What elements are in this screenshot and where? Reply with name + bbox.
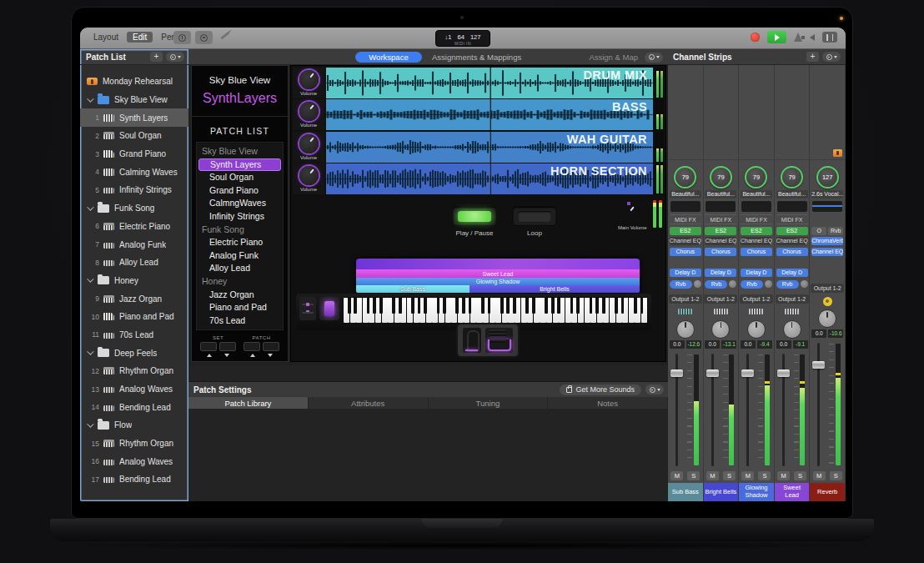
patch-list-widget-row[interactable]: Analog Funk [198, 249, 281, 263]
disclosure-chevron-icon[interactable] [87, 276, 93, 283]
patch-tree-row[interactable]: 9 Jazz Organ [80, 289, 188, 308]
plugin-slot-button[interactable]: Channel EQ [811, 248, 843, 256]
strip-name[interactable]: Bright Bells [704, 483, 739, 501]
tab-tuning[interactable]: Tuning [429, 397, 549, 409]
reverb-send[interactable]: Rvb [705, 279, 736, 289]
add-channel-strip-button[interactable]: + [806, 52, 819, 62]
patch-up-button[interactable] [244, 342, 260, 351]
track-volume-knob[interactable] [299, 134, 319, 153]
patch-tree-row[interactable]: 16 Analog Waves [80, 452, 188, 470]
instrument-slot-button[interactable]: ES2 [741, 227, 772, 235]
pan-knob[interactable] [747, 320, 766, 339]
track-volume-knob[interactable] [299, 102, 319, 121]
output-button[interactable]: Output 1-2 [704, 294, 737, 304]
strip-send-knob[interactable]: 79 [674, 166, 696, 189]
send-slot-button[interactable]: Chorus [705, 248, 736, 256]
master-mute-icon[interactable] [810, 34, 815, 41]
reverb-send[interactable]: Rvb [741, 279, 772, 289]
patch-tree-row[interactable]: 2 Soul Organ [80, 127, 188, 145]
mute-button[interactable]: M [813, 471, 826, 480]
set-down-button[interactable] [219, 342, 236, 351]
patch-list-widget-row[interactable]: 70s Lead [198, 314, 281, 328]
loop-button[interactable] [512, 206, 557, 226]
pan-knob[interactable] [711, 320, 730, 339]
patch-tree-row[interactable]: 4 Calming Waves [80, 163, 188, 181]
solo-button[interactable]: S [723, 471, 736, 480]
strip-display[interactable] [741, 201, 771, 212]
patch-tree-row[interactable]: Funk Song [80, 199, 188, 218]
expression-pedal[interactable] [485, 328, 513, 353]
fader-handle[interactable] [777, 369, 790, 377]
sustain-pedal[interactable] [463, 328, 481, 353]
solo-button[interactable]: S [794, 471, 806, 480]
fader-handle[interactable] [812, 361, 825, 369]
eq-slot-button[interactable]: Channel EQ [741, 237, 772, 245]
reverb-send[interactable]: Rvb [776, 279, 808, 289]
solo-button[interactable]: S [830, 471, 842, 480]
patch-settings-action-menu[interactable] [645, 385, 664, 395]
fader-handle[interactable] [706, 369, 719, 377]
patch-tree-row[interactable]: 7 Analog Funk [80, 235, 188, 254]
waveform-region[interactable]: HORN SECTION [326, 163, 653, 194]
patch-tree-row[interactable]: 14 Bending Lead [80, 398, 188, 416]
strip-send-knob[interactable]: 79 [745, 166, 767, 189]
pan-knob[interactable] [783, 320, 801, 339]
activity-button[interactable] [195, 31, 213, 44]
add-patch-button[interactable]: + [150, 52, 163, 62]
strip-knob-label[interactable]: Beautiful... [741, 190, 772, 199]
patch-list-widget-row[interactable]: Honey [198, 275, 281, 289]
patch-tree-row[interactable]: Monday Rehearsal [80, 73, 188, 91]
disclosure-chevron-icon[interactable] [87, 95, 93, 102]
disclosure-chevron-icon[interactable] [87, 420, 93, 427]
waveform-region[interactable]: WAH GUITAR [326, 132, 653, 163]
eq-slot-button[interactable]: Channel EQ [776, 237, 808, 245]
fader-handle[interactable] [741, 369, 754, 377]
fader-handle[interactable] [670, 369, 683, 377]
patch-list-widget-row[interactable]: Electric Piano [198, 236, 281, 249]
play-pause-button[interactable] [452, 206, 497, 226]
patch-list-action-menu[interactable] [166, 52, 184, 62]
tab-workspace[interactable]: Workspace [355, 52, 422, 63]
tab-patch-library[interactable]: Patch Library [188, 397, 309, 409]
patch-tree-row[interactable]: 8 Alloy Lead [80, 254, 188, 272]
track-volume-knob[interactable] [299, 166, 319, 185]
pitch-mod-wheels[interactable] [299, 297, 316, 320]
play-button[interactable] [767, 31, 786, 43]
channel-strips-action-menu[interactable] [822, 52, 841, 62]
solo-button[interactable]: S [758, 471, 771, 480]
patch-list-widget-row[interactable]: Sky Blue View [198, 145, 281, 158]
edit-pencil-icon[interactable] [220, 32, 229, 40]
plugin-slot-button[interactable]: ChromaVerb [811, 237, 843, 245]
mute-button[interactable]: M [670, 471, 683, 480]
mod-wheel[interactable] [319, 297, 339, 320]
layer-band-bright-bells[interactable]: Bright Bells [470, 285, 640, 293]
patch-tree-row[interactable]: 3 Grand Piano [80, 145, 188, 163]
output-button[interactable]: Output 1-2 [811, 284, 844, 293]
strip-knob-label[interactable]: Beautiful... [705, 190, 736, 199]
strip-knob-label[interactable]: 2.6s Vocal... [811, 190, 843, 199]
strip-send-knob[interactable]: 79 [781, 166, 803, 189]
tuner-button[interactable] [173, 31, 191, 44]
workspace-action-menu[interactable] [645, 53, 663, 63]
strip-knob-label[interactable]: Beautiful... [670, 190, 701, 199]
patch-tree-row[interactable]: Deep Feels [80, 344, 188, 362]
record-button[interactable] [751, 33, 760, 42]
pan-knob[interactable] [818, 309, 836, 328]
tab-assignments-mappings[interactable]: Assignments & Mappings [432, 53, 521, 62]
send-slot-button[interactable]: Delay D [741, 269, 772, 277]
strip-display[interactable] [777, 201, 807, 212]
send-slot-button[interactable]: Chorus [776, 248, 808, 256]
patch-tree-row[interactable]: 12 Rhythm Organ [80, 362, 188, 380]
patch-list-widget-row[interactable]: Soul Organ [198, 171, 281, 184]
send-slot-button[interactable]: Delay D [670, 269, 701, 277]
send-slot-button[interactable]: Delay D [776, 269, 808, 277]
patch-tree-row[interactable]: 10 Piano and Pad [80, 308, 188, 326]
strip-display[interactable] [706, 201, 736, 212]
panels-toggle-icon[interactable] [822, 32, 837, 43]
patch-tree-row[interactable]: 13 Analog Waves [80, 380, 188, 399]
patch-list-widget-row[interactable]: Alloy Lead [198, 262, 281, 275]
layer-band-sub-bass[interactable]: Sub Bass [356, 285, 470, 293]
layer-band-top[interactable] [356, 259, 640, 269]
strip-send-knob[interactable]: 79 [710, 166, 732, 189]
send-level-knob[interactable] [801, 280, 808, 288]
